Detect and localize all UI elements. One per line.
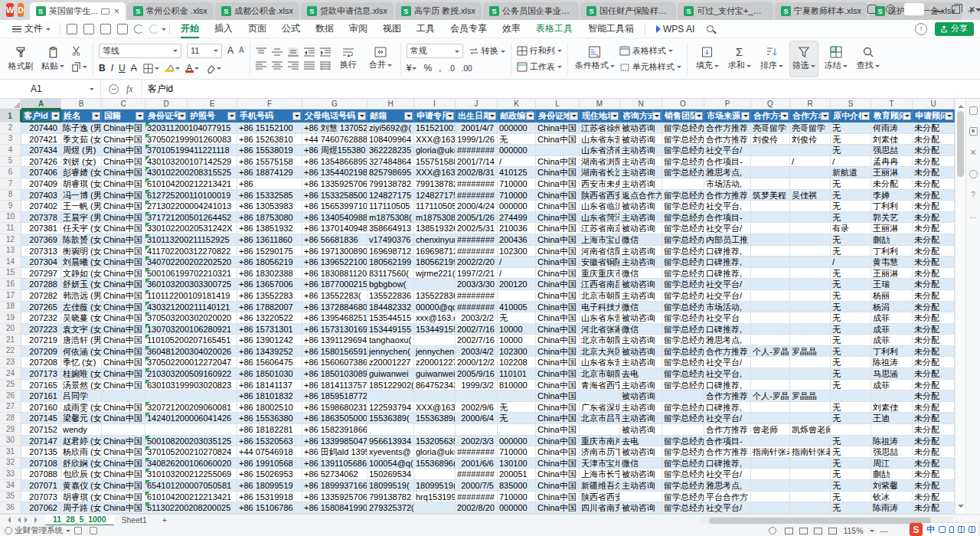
- ime-keyboard-icon[interactable]: [958, 526, 965, 533]
- cell[interactable]: 主动咨询: [620, 257, 662, 268]
- justify-icon[interactable]: [304, 61, 315, 70]
- column-header-A[interactable]: A: [21, 99, 61, 109]
- cell[interactable]: 未分配: [913, 178, 955, 190]
- cell[interactable]: +86 13053983: [237, 201, 302, 212]
- column-header-C[interactable]: C: [102, 99, 145, 109]
- cell[interactable]: 刘晨曦 (女: [61, 257, 102, 268]
- cell[interactable]: 207135: [21, 446, 61, 458]
- cell[interactable]: [751, 368, 790, 380]
- cell[interactable]: 370105200210270824: [145, 446, 237, 458]
- cell[interactable]: 被动咨询: [620, 279, 662, 290]
- cell[interactable]: 凯烁曾老师: [790, 424, 831, 436]
- fill-color-button[interactable]: [165, 64, 180, 72]
- cell[interactable]: 未分配: [913, 302, 955, 313]
- column-header-U[interactable]: U: [913, 99, 955, 109]
- cell[interactable]: 无: [498, 402, 536, 413]
- cell[interactable]: 未分配: [913, 346, 955, 358]
- cell[interactable]: China中国: [102, 145, 145, 156]
- cell[interactable]: China中国: [536, 446, 580, 458]
- vertical-scrollbar[interactable]: [955, 99, 965, 514]
- upload-cloud-icon[interactable]: ↑: [915, 23, 927, 35]
- cell[interactable]: [498, 391, 536, 402]
- cell[interactable]: 370503200302020020: [145, 312, 237, 324]
- cell[interactable]: China中国: [536, 257, 580, 268]
- cell[interactable]: 强思喆: [871, 145, 913, 156]
- ime-tools-icon[interactable]: [969, 526, 975, 533]
- cell[interactable]: [790, 380, 831, 391]
- cell[interactable]: China中国: [102, 167, 145, 178]
- cell[interactable]: 被动咨询: [620, 134, 662, 145]
- cell[interactable]: 362228235: [368, 145, 414, 156]
- cell[interactable]: +86 15575158: [237, 156, 302, 168]
- cell[interactable]: 安徽省铜陵: [580, 257, 620, 268]
- cell[interactable]: 207165: [21, 380, 61, 391]
- cell[interactable]: 864752343: [414, 380, 456, 391]
- cell[interactable]: 丁利利: [871, 346, 913, 358]
- merge-cells-button[interactable]: 合并: [366, 41, 395, 77]
- cell[interactable]: 无: [831, 123, 871, 134]
- cell[interactable]: +86 1391105686: [302, 458, 368, 469]
- cell[interactable]: 陈雨涛: [871, 502, 913, 514]
- cell[interactable]: 无: [831, 134, 871, 145]
- cell[interactable]: /: [790, 156, 831, 168]
- cell[interactable]: +86 1340540988: [302, 212, 368, 224]
- cell[interactable]: 180562199: [368, 257, 414, 268]
- cell[interactable]: +86 15536380: [237, 413, 302, 424]
- cell[interactable]: China中国: [536, 368, 580, 380]
- cell[interactable]: 合作项目-: [704, 436, 751, 447]
- cell[interactable]: 未分配: [913, 279, 955, 290]
- cell[interactable]: wendy: [61, 424, 102, 436]
- cell[interactable]: +86 刘慧 137052: [302, 123, 368, 134]
- cell[interactable]: [751, 357, 790, 368]
- cell[interactable]: 000000: [498, 502, 536, 514]
- cell[interactable]: [790, 502, 831, 514]
- cell[interactable]: 358664913: [368, 223, 414, 234]
- cell[interactable]: 留学总经办: [662, 458, 704, 469]
- cell[interactable]: 刘俊伶: [751, 134, 790, 145]
- cell[interactable]: 无: [831, 302, 871, 313]
- align-left-icon[interactable]: [256, 61, 266, 70]
- field-header-身份证地[interactable]: 身份证地: [536, 109, 580, 123]
- cell[interactable]: 新航道: [831, 167, 871, 178]
- cell[interactable]: 去电: [620, 436, 662, 447]
- cell[interactable]: 117110505: [368, 201, 414, 212]
- cell[interactable]: 207265: [21, 302, 61, 313]
- cell[interactable]: 无: [831, 290, 871, 302]
- column-header-T[interactable]: T: [871, 99, 913, 109]
- menu-item-页面[interactable]: 页面: [240, 20, 274, 38]
- cell[interactable]: XXX@163.(: [414, 134, 456, 145]
- cell[interactable]: guiwanwei: [368, 368, 414, 380]
- row-header-2[interactable]: 2: [0, 123, 21, 134]
- column-header-S[interactable]: S: [831, 99, 871, 109]
- cell[interactable]: China中国: [536, 268, 580, 279]
- cell[interactable]: 371721200501264452: [145, 212, 237, 224]
- cell[interactable]: /: [831, 156, 871, 168]
- cell[interactable]: 被动咨询: [620, 446, 662, 458]
- cell[interactable]: 成菲: [871, 380, 913, 391]
- cell[interactable]: China中国: [536, 502, 580, 514]
- cell[interactable]: 被动咨询: [620, 424, 662, 436]
- cell[interactable]: China中国: [102, 156, 145, 168]
- cell[interactable]: 未分配: [913, 335, 955, 346]
- cell[interactable]: [751, 502, 790, 514]
- cell[interactable]: [751, 268, 790, 279]
- cell[interactable]: [414, 469, 456, 480]
- cell[interactable]: 无: [831, 402, 871, 413]
- file-tab[interactable]: S国任财产保险样本.x: [580, 2, 676, 20]
- menu-item-效率[interactable]: 效率: [495, 20, 528, 38]
- cell[interactable]: +86 1580156591: [302, 346, 368, 358]
- cell[interactable]: +86 1830881120: [302, 268, 368, 279]
- cell[interactable]: 留学总经办: [662, 212, 704, 224]
- cell[interactable]: 被动咨询: [620, 391, 662, 402]
- cell[interactable]: [790, 312, 831, 324]
- cell[interactable]: +86 1354402198: [302, 167, 368, 178]
- cell[interactable]: 舒欣娴 (女: [61, 458, 102, 469]
- cell[interactable]: 留学总经办: [662, 469, 704, 480]
- cell[interactable]: 83117560(: [368, 268, 414, 279]
- cell[interactable]: 799138782: [368, 492, 414, 503]
- vertical-scroll-thumb[interactable]: [957, 111, 964, 177]
- filter-dropdown-icon[interactable]: [694, 112, 703, 120]
- cell[interactable]: 重庆重庆市: [580, 268, 620, 279]
- globe-icon[interactable]: [886, 5, 895, 14]
- cell[interactable]: 平台合作方: [704, 492, 751, 503]
